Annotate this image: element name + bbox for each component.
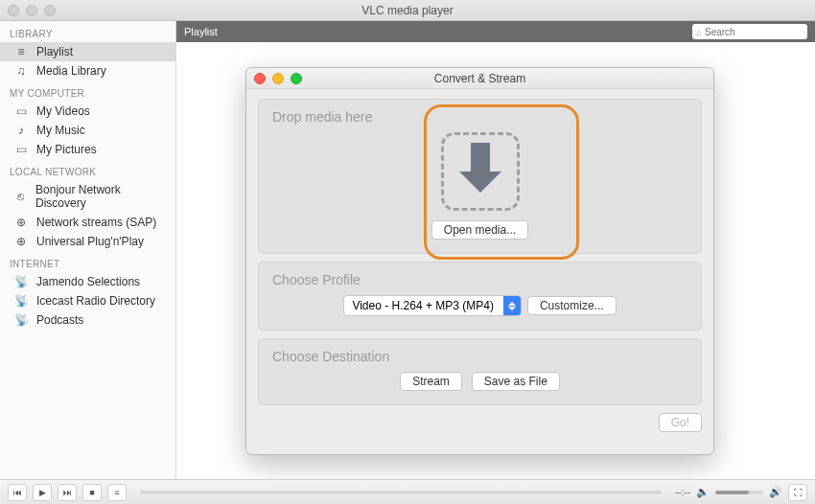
sidebar: LIBRARY ≡ Playlist ♫ Media Library MY CO… [0,21,176,479]
drop-media-panel: Drop media here Open media... [258,99,702,254]
convert-stream-dialog: Convert & Stream Drop media here Open me… [245,67,714,455]
player-bar: ⏮ ▶ ⏭ ■ ≡ --:-- 🔈 🔊 ⛶ [0,479,815,504]
sidebar-item-my-pictures[interactable]: ▭ My Pictures [0,140,175,159]
sidebar-item-label: My Videos [36,104,90,118]
sidebar-item-label: Icecast Radio Directory [36,294,155,308]
choose-destination-panel: Choose Destination Stream Save as File [258,338,702,405]
podcast-icon: 📡 [13,294,29,308]
fullscreen-button[interactable]: ⛶ [788,484,807,501]
video-icon: ▭ [13,104,29,118]
sidebar-item-label: Network streams (SAP) [36,216,156,229]
sidebar-item-podcasts[interactable]: 📡 Podcasts [0,310,175,330]
sidebar-item-bonjour[interactable]: ⎋ Bonjour Network Discovery [0,180,175,213]
upnp-icon: ⊕ [13,235,29,248]
sidebar-item-label: Playlist [36,45,73,58]
stream-button[interactable]: Stream [400,372,462,391]
sidebar-header-library: LIBRARY [0,21,175,42]
volume-slider[interactable] [715,491,763,494]
sidebar-item-label: Jamendo Selections [36,275,140,288]
bonjour-icon: ⎋ [13,190,28,203]
open-media-button[interactable]: Open media... [431,220,528,240]
seek-slider[interactable] [140,491,662,494]
choose-destination-label: Choose Destination [272,349,687,364]
app-titlebar: VLC media player [0,0,815,21]
customize-button[interactable]: Customize... [527,296,617,315]
search-icon: ⌕ [696,27,702,37]
drop-zone[interactable] [441,132,520,211]
playlist-icon: ≡ [13,45,29,58]
sidebar-header-localnetwork: LOCAL NETWORK [0,159,175,180]
sidebar-item-label: My Pictures [36,143,97,156]
pictures-icon: ▭ [13,143,29,156]
sidebar-item-playlist[interactable]: ≡ Playlist [0,42,175,61]
drop-media-label: Drop media here [272,109,687,125]
sidebar-item-sap[interactable]: ⊕ Network streams (SAP) [0,213,175,232]
search-input[interactable] [705,27,803,37]
choose-profile-label: Choose Profile [272,272,687,287]
media-library-icon: ♫ [13,64,29,78]
profile-select[interactable]: Video - H.264 + MP3 (MP4) [343,295,522,316]
app-title: VLC media player [0,4,815,17]
sidebar-item-label: Universal Plug'n'Play [36,235,144,248]
chevron-updown-icon [503,296,521,315]
sidebar-item-label: Media Library [36,64,106,78]
stop-button[interactable]: ■ [82,484,102,501]
podcast-icon: 📡 [13,313,29,327]
play-button[interactable]: ▶ [33,484,52,501]
speaker-low-icon: 🔈 [696,486,710,498]
speaker-high-icon: 🔊 [769,486,782,498]
list-button[interactable]: ≡ [107,484,127,501]
sidebar-item-my-music[interactable]: ♪ My Music [0,121,175,140]
previous-button[interactable]: ⏮ [8,484,27,501]
sidebar-item-icecast[interactable]: 📡 Icecast Radio Directory [0,291,175,310]
sidebar-item-label: My Music [36,124,85,137]
sidebar-item-my-videos[interactable]: ▭ My Videos [0,102,175,121]
sidebar-item-jamendo[interactable]: 📡 Jamendo Selections [0,272,175,291]
sidebar-item-upnp[interactable]: ⊕ Universal Plug'n'Play [0,232,175,251]
profile-select-value: Video - H.264 + MP3 (MP4) [352,299,503,312]
go-button[interactable]: Go! [659,413,702,432]
content-topbar: Playlist ⌕ [176,21,815,42]
content-title: Playlist [184,26,218,37]
save-as-file-button[interactable]: Save as File [472,372,560,391]
time-display: --:-- [675,487,690,497]
sidebar-item-media-library[interactable]: ♫ Media Library [0,61,175,80]
sap-icon: ⊕ [13,216,29,229]
choose-profile-panel: Choose Profile Video - H.264 + MP3 (MP4)… [258,262,702,331]
sidebar-item-label: Bonjour Network Discovery [35,183,166,210]
dialog-title: Convert & Stream [246,72,713,85]
sidebar-item-label: Podcasts [36,313,83,327]
next-button[interactable]: ⏭ [58,484,77,501]
sidebar-header-internet: INTERNET [0,251,175,272]
search-field[interactable]: ⌕ [692,24,807,39]
dialog-titlebar: Convert & Stream [246,68,713,89]
sidebar-header-mycomputer: MY COMPUTER [0,80,175,102]
music-icon: ♪ [13,124,29,137]
podcast-icon: 📡 [13,275,29,288]
